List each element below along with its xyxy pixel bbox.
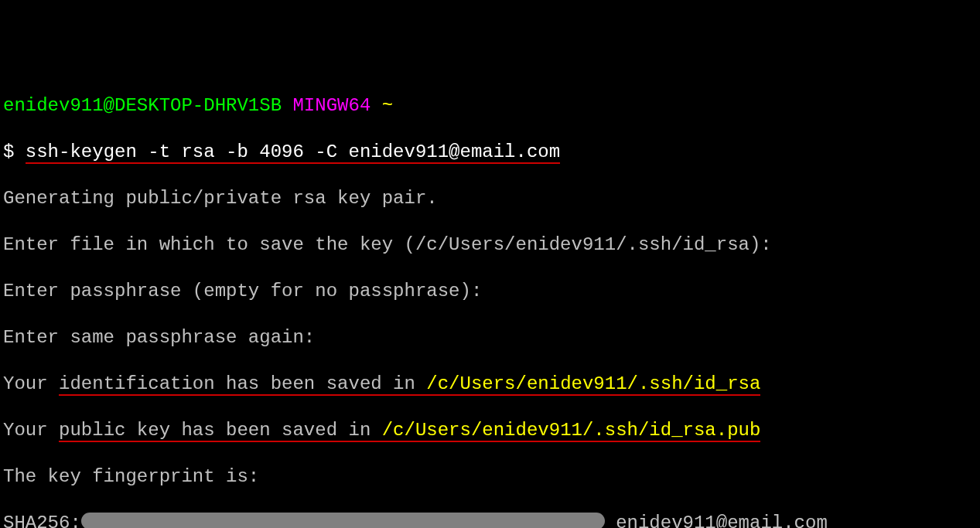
id-rsa-path: /c/Users/enidev911/.ssh/id_rsa xyxy=(426,373,760,396)
output-identification-saved: Your identification has been saved in /c… xyxy=(3,373,977,396)
prompt-symbol: $ xyxy=(3,141,14,162)
fingerprint-email: enidev911@email.com xyxy=(605,513,828,528)
output-fingerprint-label: The key fingerprint is: xyxy=(3,465,977,489)
prompt-line: enidev911@DESKTOP-DHRV1SB MINGW64 ~ xyxy=(3,94,977,118)
mingw-label: MINGW64 xyxy=(292,95,370,116)
command-line[interactable]: $ ssh-keygen -t rsa -b 4096 -C enidev911… xyxy=(3,141,977,164)
command-text: ssh-keygen -t rsa -b 4096 -C enidev911@e… xyxy=(26,141,560,164)
output-fingerprint-value: SHA256: enidev911@email.com xyxy=(3,512,977,528)
output-enter-passphrase-again: Enter same passphrase again: xyxy=(3,326,977,349)
fingerprint-redacted xyxy=(81,513,605,528)
output-enter-passphrase: Enter passphrase (empty for no passphras… xyxy=(3,280,977,303)
output-enter-file: Enter file in which to save the key (/c/… xyxy=(3,233,977,257)
output-pubkey-saved: Your public key has been saved in /c/Use… xyxy=(3,419,977,442)
path-indicator: ~ xyxy=(382,95,393,116)
id-rsa-pub-path: /c/Users/enidev911/.ssh/id_rsa.pub xyxy=(382,420,761,442)
output-generating: Generating public/private rsa key pair. xyxy=(3,187,977,210)
user-host: enidev911@DESKTOP-DHRV1SB xyxy=(3,95,282,116)
